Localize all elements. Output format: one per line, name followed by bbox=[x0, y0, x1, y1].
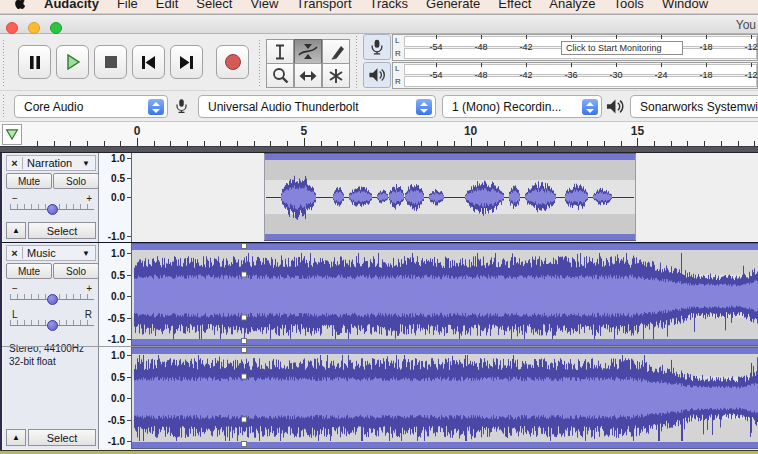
narration-track-panel: × Narration ▼ Mute Solo − + ▲ Select bbox=[4, 153, 99, 242]
music-mute-button[interactable]: Mute bbox=[6, 263, 52, 279]
amplitude-tick bbox=[127, 441, 131, 442]
menu-item-view[interactable]: View bbox=[250, 0, 278, 11]
menu-item-analyze[interactable]: Analyze bbox=[549, 0, 595, 11]
music-right-vertical-ruler[interactable]: 1.00.50.0-0.5-1.0 bbox=[99, 347, 132, 449]
narration-collapse-button[interactable]: ▲ bbox=[6, 222, 26, 239]
play-button[interactable] bbox=[56, 45, 89, 79]
amplitude-label: 0.0 bbox=[111, 192, 125, 203]
menu-item-tracks[interactable]: Tracks bbox=[370, 0, 409, 11]
multi-tool-button[interactable] bbox=[322, 63, 350, 88]
narration-solo-button[interactable]: Solo bbox=[53, 173, 99, 189]
music-collapse-button[interactable]: ▲ bbox=[6, 429, 26, 446]
pause-button[interactable] bbox=[18, 45, 51, 79]
draw-tool-button[interactable] bbox=[322, 39, 350, 64]
meter-tick bbox=[481, 63, 482, 67]
envelope-tool-button[interactable] bbox=[294, 39, 322, 64]
narration-gain-thumb[interactable] bbox=[47, 204, 58, 215]
stop-button[interactable] bbox=[94, 45, 127, 79]
narration-select-button[interactable]: Select bbox=[28, 222, 96, 239]
narration-mute-button[interactable]: Mute bbox=[6, 173, 52, 189]
meter-tick bbox=[706, 35, 707, 39]
menu-item-tools[interactable]: Tools bbox=[614, 0, 644, 11]
music-track-format-info: Stereo, 44100Hz bbox=[9, 343, 84, 354]
music-menu-arrow-icon[interactable]: ▼ bbox=[82, 249, 95, 258]
narration-menu-arrow-icon[interactable]: ▼ bbox=[82, 159, 95, 168]
recording-device-stepper-icon[interactable] bbox=[416, 99, 432, 115]
minimize-window-button[interactable] bbox=[28, 22, 40, 34]
skip-to-end-button[interactable] bbox=[170, 45, 203, 79]
menu-app-name[interactable]: Audacity bbox=[44, 0, 99, 11]
playback-meter[interactable]: LR-54-48-42-36-30-24-18-12 bbox=[392, 62, 758, 89]
amplitude-label: 1.0 bbox=[111, 248, 125, 259]
music-close-button[interactable]: × bbox=[7, 247, 23, 259]
host-select-stepper-icon[interactable] bbox=[148, 99, 164, 115]
music-left-waveform[interactable] bbox=[132, 243, 758, 346]
menu-item-window[interactable]: Window bbox=[662, 0, 708, 11]
amplitude-label: 0.5 bbox=[111, 172, 125, 183]
transport-toolbar-grip[interactable] bbox=[3, 40, 7, 86]
device-toolbar-grip[interactable] bbox=[3, 95, 7, 119]
playback-device-select[interactable]: Sonarworks Systemwid bbox=[630, 95, 758, 118]
narration-gain-slider[interactable]: − + bbox=[10, 193, 94, 215]
meter-toolbar-grip[interactable] bbox=[356, 36, 360, 88]
amplitude-tick bbox=[127, 236, 131, 237]
recording-device-select[interactable]: Universal Audio Thunderbolt bbox=[198, 95, 436, 118]
pause-icon bbox=[28, 55, 42, 70]
menu-item-effect[interactable]: Effect bbox=[498, 0, 531, 11]
record-button[interactable] bbox=[216, 45, 249, 79]
ruler-label: 15 bbox=[631, 124, 644, 138]
record-meter-mic-button[interactable] bbox=[363, 34, 391, 60]
amplitude-tick bbox=[127, 355, 131, 356]
focused-track-bottom-border bbox=[0, 450, 758, 454]
meter-scale-number: -30 bbox=[609, 70, 622, 80]
timeshift-tool-button[interactable] bbox=[294, 63, 322, 88]
menu-item-file[interactable]: File bbox=[117, 0, 138, 11]
amplitude-label: 0.5 bbox=[111, 371, 125, 382]
music-pan-slider[interactable]: L R bbox=[10, 309, 94, 331]
amplitude-label: 0.0 bbox=[111, 393, 125, 404]
narration-waveform[interactable] bbox=[132, 153, 758, 242]
amplitude-label: -1.0 bbox=[108, 334, 125, 345]
narration-vertical-ruler[interactable]: 1.00.50.0-1.0 bbox=[99, 153, 132, 242]
menu-item-select[interactable]: Select bbox=[196, 0, 232, 11]
music-gain-slider[interactable]: − + bbox=[10, 283, 94, 305]
menu-item-generate[interactable]: Generate bbox=[426, 0, 480, 11]
zoom-tool-button[interactable] bbox=[266, 63, 294, 88]
music-right-waveform[interactable] bbox=[132, 347, 758, 449]
music-solo-button[interactable]: Solo bbox=[53, 263, 99, 279]
microphone-icon bbox=[369, 38, 385, 56]
apple-menu-icon[interactable] bbox=[14, 0, 26, 10]
menu-item-edit[interactable]: Edit bbox=[156, 0, 178, 11]
music-gain-thumb[interactable] bbox=[47, 294, 58, 305]
meter-monitoring-overlay[interactable]: Click to Start Monitoring bbox=[561, 41, 683, 55]
recording-channels-stepper-icon[interactable] bbox=[582, 99, 598, 115]
recording-meter[interactable]: LR-54-48-42-36-30-24-18-12Click to Start… bbox=[392, 34, 758, 61]
skip-to-start-button[interactable] bbox=[132, 45, 165, 79]
narration-track-name[interactable]: Narration bbox=[23, 157, 82, 169]
meter-tick bbox=[526, 35, 527, 39]
tools-toolbar-grip[interactable] bbox=[259, 40, 263, 86]
audio-host-select[interactable]: Core Audio bbox=[14, 95, 168, 118]
ruler-label: 5 bbox=[300, 124, 307, 138]
amplitude-label: -0.5 bbox=[108, 312, 125, 323]
meter-channel-label: L bbox=[395, 65, 399, 73]
recording-channels-select[interactable]: 1 (Mono) Recordin... bbox=[442, 95, 602, 118]
narration-close-button[interactable]: × bbox=[7, 157, 23, 169]
timeline-ruler[interactable]: 051015 bbox=[0, 122, 758, 153]
music-pan-thumb[interactable] bbox=[47, 320, 58, 331]
macos-menu-bar: Audacity FileEditSelectViewTransportTrac… bbox=[0, 0, 758, 14]
stop-icon bbox=[104, 55, 118, 69]
skip-to-start-icon bbox=[140, 55, 157, 70]
selection-tool-button[interactable] bbox=[266, 39, 294, 64]
music-track-name[interactable]: Music bbox=[23, 247, 82, 259]
music-select-button[interactable]: Select bbox=[28, 429, 96, 446]
pinned-play-head-button[interactable] bbox=[2, 124, 22, 145]
menu-item-transport[interactable]: Transport bbox=[296, 0, 351, 11]
meter-scale-number: -12 bbox=[744, 42, 757, 52]
multi-tool-icon bbox=[328, 68, 344, 84]
playback-meter-speaker-button[interactable] bbox=[363, 62, 391, 88]
meter-tick bbox=[436, 35, 437, 39]
close-window-button[interactable] bbox=[6, 22, 18, 34]
zoom-window-button[interactable] bbox=[50, 22, 62, 34]
music-left-vertical-ruler[interactable]: 1.00.50.0-0.5-1.0 bbox=[99, 243, 132, 346]
